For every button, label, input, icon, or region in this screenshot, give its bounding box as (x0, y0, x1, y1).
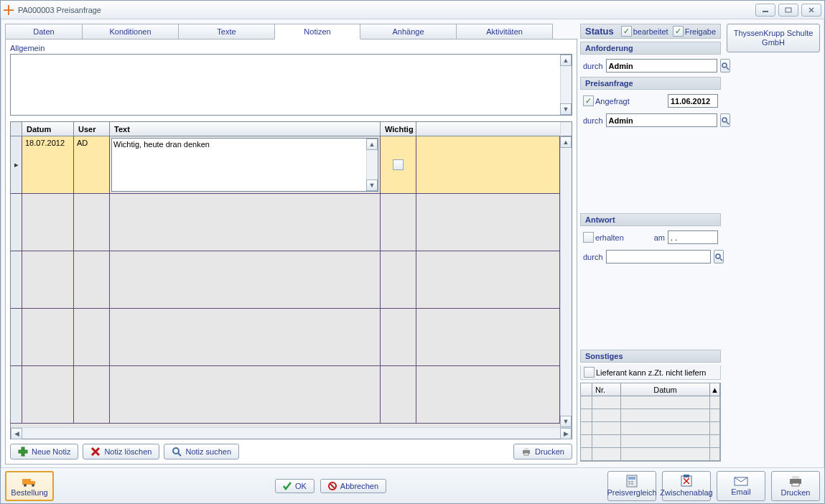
scroll-up-icon[interactable]: ▲ (710, 383, 720, 396)
tab-texte[interactable]: Texte (178, 24, 275, 39)
scroll-down-icon[interactable]: ▼ (560, 103, 572, 115)
status-label: Status (585, 26, 614, 37)
truck-icon (22, 475, 37, 487)
freigabe-checkbox[interactable]: ✓ (673, 26, 684, 37)
table-row[interactable] (11, 366, 560, 424)
zwischenablage-button[interactable]: Zwischenablag (662, 471, 711, 501)
svg-rect-0 (763, 11, 768, 12)
allgemein-label: Allgemein (10, 44, 572, 52)
col-wichtig[interactable]: Wichtig (381, 122, 416, 136)
search-note-button[interactable]: Notiz suchen (164, 444, 239, 459)
anforderung-header: Anforderung (580, 42, 721, 55)
drucken-button[interactable]: Drucken (771, 471, 820, 501)
mini-col-datum[interactable]: Datum (621, 383, 710, 396)
col-datum[interactable]: Datum (22, 122, 74, 136)
svg-rect-19 (631, 481, 633, 482)
sonstiges-table: Nr. Datum ▲ (580, 383, 721, 462)
scroll-down-icon[interactable]: ▼ (366, 179, 378, 191)
email-icon (733, 475, 749, 487)
status-header: Status ✓bearbeitet ✓Freigabe (580, 24, 721, 39)
window-title: PA000003 Preisanfrage (18, 6, 755, 14)
antwort-header: Antwort (580, 213, 721, 226)
col-empty (416, 122, 560, 136)
bestellung-button[interactable]: Bestellung (5, 471, 54, 501)
lookup-button[interactable] (714, 250, 724, 263)
svg-rect-20 (628, 483, 630, 485)
cancel-icon (328, 482, 337, 490)
sonstiges-header: Sonstiges (580, 350, 721, 363)
svg-rect-11 (22, 479, 31, 485)
ok-button[interactable]: OK (275, 479, 314, 493)
table-row[interactable] (11, 194, 560, 251)
cell-datum[interactable]: 18.07.2012 (22, 136, 74, 193)
scroll-up-icon[interactable]: ▲ (560, 136, 572, 148)
lieferant-checkbox[interactable] (584, 367, 595, 378)
cell-text[interactable]: ▲ ▼ (110, 136, 381, 193)
wichtig-checkbox[interactable] (393, 159, 404, 170)
svg-rect-1 (786, 8, 791, 12)
tab-daten[interactable]: Daten (5, 24, 83, 39)
table-row[interactable] (11, 251, 560, 309)
scroll-up-icon[interactable]: ▲ (560, 55, 572, 66)
preisvergleich-button[interactable]: Preisvergleich (607, 471, 656, 501)
row-indicator-icon: ▸ (11, 136, 22, 193)
footer-toolbar: Bestellung OK Abbrechen Preisvergleich Z… (1, 467, 824, 503)
cell-user[interactable]: AD (74, 136, 110, 193)
scroll-up-icon[interactable]: ▲ (366, 139, 378, 150)
calculator-icon (625, 475, 639, 487)
check-icon (283, 482, 292, 490)
email-button[interactable]: Email (717, 471, 765, 501)
notes-panel: Allgemein ▲ ▼ Datum User Text Wicht (5, 39, 577, 465)
svg-rect-3 (19, 450, 27, 453)
print-notes-button[interactable]: Drucken (513, 444, 572, 459)
scroll-right-icon[interactable]: ▶ (560, 428, 572, 439)
svg-rect-21 (631, 483, 633, 485)
angefragt-date-input[interactable] (668, 94, 718, 108)
delete-note-button[interactable]: Notiz löschen (83, 444, 159, 459)
vendor-button[interactable]: ThyssenKrupp Schulte GmbH (727, 24, 820, 52)
delete-icon (90, 447, 101, 457)
row-selector-header (11, 122, 22, 136)
search-icon (714, 253, 723, 261)
col-text[interactable]: Text (110, 122, 381, 136)
svg-rect-23 (684, 475, 689, 477)
close-button[interactable] (801, 4, 821, 17)
angefragt-checkbox[interactable]: ✓ (583, 95, 594, 106)
cell-wichtig[interactable] (381, 136, 416, 193)
preisanfrage-durch-input[interactable] (606, 113, 717, 127)
mini-col-nr[interactable]: Nr. (592, 383, 621, 396)
minimize-button[interactable] (755, 4, 775, 17)
bearbeitet-checkbox[interactable]: ✓ (621, 26, 632, 37)
titlebar: PA000003 Preisanfrage (1, 1, 824, 19)
mini-rowhdr (581, 383, 592, 396)
tab-notizen[interactable]: Notizen (274, 24, 360, 39)
svg-point-10 (716, 254, 720, 258)
svg-point-4 (173, 448, 179, 454)
svg-rect-26 (792, 476, 799, 479)
allgemein-textarea[interactable]: ▲ ▼ (10, 54, 572, 116)
new-note-button[interactable]: Neue Notiz (10, 444, 78, 459)
cell-trailing (416, 136, 560, 193)
scroll-left-icon[interactable]: ◀ (11, 428, 22, 439)
note-text-input[interactable] (111, 138, 378, 192)
table-row[interactable] (11, 309, 560, 366)
tab-konditionen[interactable]: Konditionen (82, 24, 179, 39)
col-user[interactable]: User (74, 122, 110, 136)
printer-icon (788, 475, 803, 487)
svg-rect-17 (628, 477, 635, 480)
erhalten-checkbox[interactable] (583, 232, 594, 243)
cancel-button[interactable]: Abbrechen (320, 479, 386, 493)
tab-anhaenge[interactable]: Anhänge (360, 24, 457, 39)
maximize-button[interactable] (778, 4, 798, 17)
preisanfrage-header: Preisanfrage (580, 77, 721, 90)
table-row[interactable]: ▸ 18.07.2012 AD ▲ ▼ (11, 136, 560, 194)
antwort-durch-input[interactable] (606, 250, 711, 263)
plus-icon (18, 447, 28, 457)
scroll-down-icon[interactable]: ▼ (560, 416, 572, 427)
svg-rect-27 (792, 483, 799, 486)
am-date-input[interactable] (668, 230, 718, 244)
tab-aktivitaeten[interactable]: Aktivitäten (456, 24, 553, 39)
notes-grid: Datum User Text Wichtig ▸ 18.07.201 (10, 121, 572, 439)
svg-point-13 (24, 484, 27, 487)
anforderung-durch-input[interactable] (606, 59, 717, 73)
